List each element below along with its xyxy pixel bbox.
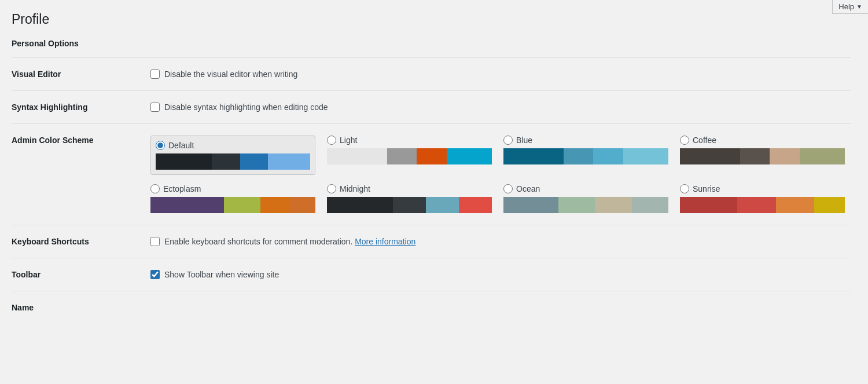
color-scheme-ocean-name[interactable]: Ocean: [516, 184, 540, 193]
color-scheme-light-label-row: Light: [327, 136, 492, 145]
toolbar-checkbox-row: Show Toolbar when viewing site: [150, 270, 845, 279]
name-row: Name: [12, 291, 851, 313]
color-scheme-coffee-radio[interactable]: [680, 136, 689, 145]
toolbar-cell: Show Toolbar when viewing site: [145, 258, 851, 291]
color-scheme-sunrise-colors: [680, 197, 845, 213]
color-scheme-light: Light: [327, 136, 492, 175]
keyboard-shortcuts-label: Keyboard Shortcuts: [12, 225, 145, 258]
color-scheme-sunrise-name[interactable]: Sunrise: [693, 184, 720, 193]
syntax-highlighting-row: Syntax Highlighting Disable syntax highl…: [12, 91, 851, 124]
syntax-highlighting-label: Syntax Highlighting: [12, 91, 145, 124]
name-heading: Name: [12, 303, 851, 312]
color-scheme-default: Default: [150, 136, 315, 175]
visual-editor-checkbox-row: Disable the visual editor when writing: [150, 70, 845, 79]
toolbar-checkbox-label[interactable]: Show Toolbar when viewing site: [164, 270, 279, 279]
color-scheme-blue-name[interactable]: Blue: [516, 136, 532, 145]
color-scheme-blue-label-row: Blue: [503, 136, 668, 145]
keyboard-shortcuts-more-info-link[interactable]: More information: [355, 237, 415, 246]
color-scheme-light-radio[interactable]: [327, 136, 336, 145]
color-scheme-light-name[interactable]: Light: [340, 136, 357, 145]
page-wrap: Profile Personal Options Visual Editor D…: [0, 0, 868, 335]
help-label: Help: [838, 2, 854, 11]
keyboard-shortcuts-checkbox-label[interactable]: Enable keyboard shortcuts for comment mo…: [164, 237, 415, 246]
color-scheme-ectoplasm-radio[interactable]: [150, 184, 160, 193]
color-scheme-midnight-radio[interactable]: [327, 184, 336, 193]
visual-editor-cell: Disable the visual editor when writing: [145, 58, 851, 91]
visual-editor-checkbox-label[interactable]: Disable the visual editor when writing: [164, 70, 297, 79]
toolbar-checkbox[interactable]: [150, 270, 160, 279]
color-scheme-ocean: Ocean: [503, 184, 668, 213]
page-title: Profile: [12, 12, 851, 27]
color-scheme-midnight-colors: [327, 197, 492, 213]
color-scheme-default-radio[interactable]: [156, 141, 165, 150]
syntax-highlighting-checkbox-row: Disable syntax highlighting when editing…: [150, 103, 845, 112]
color-scheme-midnight: Midnight: [327, 184, 492, 213]
color-scheme-default-colors: [156, 153, 310, 170]
color-scheme-coffee-label-row: Coffee: [680, 136, 845, 145]
color-scheme-coffee-name[interactable]: Coffee: [693, 136, 716, 145]
color-scheme-blue-colors: [503, 148, 668, 164]
keyboard-shortcuts-cell: Enable keyboard shortcuts for comment mo…: [145, 225, 851, 258]
chevron-down-icon: ▼: [856, 3, 862, 10]
admin-color-scheme-row: Admin Color Scheme DefaultLightBlueCoffe…: [12, 124, 851, 225]
color-scheme-blue-radio[interactable]: [503, 136, 513, 145]
keyboard-shortcuts-row: Keyboard Shortcuts Enable keyboard short…: [12, 225, 851, 258]
color-scheme-default-name[interactable]: Default: [168, 141, 194, 150]
color-scheme-sunrise-label-row: Sunrise: [680, 184, 845, 193]
color-scheme-sunrise-radio[interactable]: [680, 184, 689, 193]
visual-editor-checkbox[interactable]: [150, 70, 160, 79]
color-scheme-ocean-radio[interactable]: [503, 184, 513, 193]
help-button[interactable]: Help ▼: [832, 0, 868, 14]
keyboard-shortcuts-checkbox-row: Enable keyboard shortcuts for comment mo…: [150, 237, 845, 246]
syntax-highlighting-checkbox-label[interactable]: Disable syntax highlighting when editing…: [164, 103, 328, 112]
color-scheme-ectoplasm-name[interactable]: Ectoplasm: [163, 184, 201, 193]
admin-color-scheme-cell: DefaultLightBlueCoffeeEctoplasmMidnightO…: [145, 124, 851, 225]
personal-options-heading: Personal Options: [12, 39, 851, 48]
color-scheme-coffee: Coffee: [680, 136, 845, 175]
color-scheme-ectoplasm-label-row: Ectoplasm: [150, 184, 315, 193]
form-table: Visual Editor Disable the visual editor …: [12, 57, 851, 312]
visual-editor-row: Visual Editor Disable the visual editor …: [12, 58, 851, 91]
color-scheme-blue: Blue: [503, 136, 668, 175]
color-scheme-sunrise: Sunrise: [680, 184, 845, 213]
color-scheme-default-label-row: Default: [156, 141, 310, 150]
color-scheme-ectoplasm: Ectoplasm: [150, 184, 315, 213]
admin-color-scheme-label: Admin Color Scheme: [12, 124, 145, 225]
color-scheme-light-colors: [327, 148, 492, 164]
color-scheme-ocean-label-row: Ocean: [503, 184, 668, 193]
toolbar-row: Toolbar Show Toolbar when viewing site: [12, 258, 851, 291]
visual-editor-label: Visual Editor: [12, 58, 145, 91]
color-scheme-grid: DefaultLightBlueCoffeeEctoplasmMidnightO…: [150, 136, 845, 213]
color-scheme-midnight-name[interactable]: Midnight: [340, 184, 370, 193]
syntax-highlighting-checkbox[interactable]: [150, 103, 160, 112]
syntax-highlighting-cell: Disable syntax highlighting when editing…: [145, 91, 851, 124]
color-scheme-ectoplasm-colors: [150, 197, 315, 213]
toolbar-label: Toolbar: [12, 258, 145, 291]
color-scheme-coffee-colors: [680, 148, 845, 164]
keyboard-shortcuts-checkbox[interactable]: [150, 237, 160, 246]
color-scheme-midnight-label-row: Midnight: [327, 184, 492, 193]
color-scheme-ocean-colors: [503, 197, 668, 213]
